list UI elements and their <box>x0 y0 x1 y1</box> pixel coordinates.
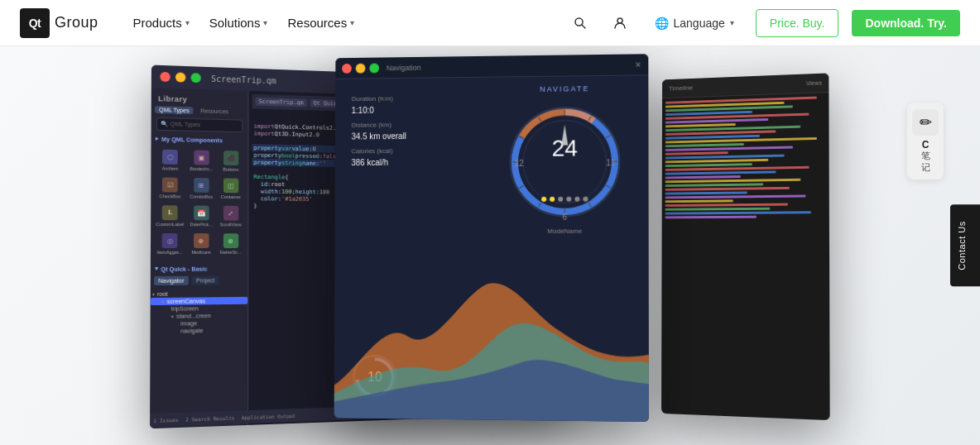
chevron-down-icon: ▾ <box>155 266 158 272</box>
list-item[interactable]: ⬛ Buttons <box>217 148 244 175</box>
performance-window: Timeline Views <box>661 73 830 420</box>
main-nav: Products ▾ Solutions ▾ Resources ▾ <box>125 9 567 36</box>
qt-logo: Qt <box>20 8 50 38</box>
globe-icon: 🌐 <box>655 17 669 30</box>
minimize-icon <box>175 72 185 82</box>
views-label: Views <box>806 80 822 87</box>
resources-tab[interactable]: Resources <box>196 107 233 115</box>
perf-stripe <box>665 211 811 214</box>
list-item[interactable]: 𝐋 CustomLabel <box>154 203 185 229</box>
hero-screenshot: ScreenTrip.qm Library QML Types Resource… <box>151 55 829 436</box>
mode-name-label: ModeName <box>547 227 582 235</box>
svg-point-30 <box>583 197 588 202</box>
solutions-chevron-icon: ▾ <box>263 18 267 27</box>
dashboard-body: NAVIGATE 24 <box>334 75 649 422</box>
perf-stripe <box>665 179 801 183</box>
dashboard-window: Navigation ✕ NAVIGATE <box>334 54 649 422</box>
user-icon <box>613 17 627 30</box>
list-item[interactable]: ◫ Container <box>217 175 244 202</box>
main-content: ✏ C 笔 记 Contact Us ScreenTrip.qm Library <box>0 46 980 445</box>
nav-tree-header: Navigator Project <box>151 274 247 287</box>
maximize-icon <box>369 63 379 73</box>
perf-stripe <box>665 183 763 187</box>
svg-point-28 <box>566 197 571 202</box>
ide-sidebar: Library QML Types Resources 🔍 QML Types … <box>150 88 248 428</box>
sidebar-search[interactable]: 🔍 QML Types <box>156 117 243 132</box>
close-icon <box>342 63 352 73</box>
nav-products[interactable]: Products ▾ <box>125 9 198 36</box>
nav-tree-item[interactable]: navigate <box>151 326 248 335</box>
list-item[interactable]: ◎ ItemAggre... <box>154 231 185 257</box>
perf-stripe <box>665 216 757 219</box>
svg-text:6: 6 <box>562 213 567 222</box>
download-try-button[interactable]: Download. Try. <box>852 10 960 36</box>
perf-stripe <box>665 199 733 203</box>
component-grid: ⬡ ArcItem ▣ BorderIm... ⬛ Buttons ☑ <box>151 145 247 260</box>
header: Qt Group Products ▾ Solutions ▾ Resource… <box>0 0 980 46</box>
list-item[interactable]: ⤢ ScrollView <box>217 203 244 230</box>
group-label: Group <box>55 14 98 31</box>
navigate-label: NAVIGATE <box>540 84 590 93</box>
svg-point-26 <box>550 197 555 202</box>
svg-point-2 <box>617 18 622 23</box>
pencil-icon: ✏ <box>912 109 939 136</box>
svg-text:11: 11 <box>606 158 616 167</box>
perf-stripe <box>665 191 747 194</box>
list-item[interactable]: ⊗ NameSc... <box>217 231 244 257</box>
resources-chevron-icon: ▾ <box>350 18 354 27</box>
list-item[interactable]: 📅 DatePick... <box>187 203 215 229</box>
close-button[interactable]: ✕ <box>635 60 641 69</box>
qt-basic-header[interactable]: ▾ Qt Quick - Basic <box>151 263 247 275</box>
svg-point-25 <box>541 197 546 202</box>
nav-resources[interactable]: Resources ▾ <box>279 9 363 36</box>
side-widget: ✏ C 笔 记 <box>907 103 944 179</box>
perf-stripe <box>665 194 806 199</box>
list-item[interactable]: ⊕ Medicare <box>187 231 215 257</box>
close-icon <box>160 72 170 82</box>
list-item[interactable]: ☑ CheckBox <box>154 175 185 201</box>
svg-text:12: 12 <box>514 159 524 168</box>
navigate-widget: NAVIGATE 24 <box>490 84 640 242</box>
perf-stripe <box>665 187 790 191</box>
language-chevron-icon: ▾ <box>730 18 734 27</box>
logo-link[interactable]: Qt Group <box>20 8 98 38</box>
perf-stripe <box>665 159 768 163</box>
file-tab[interactable]: ScreenTrip.qm <box>255 98 306 107</box>
performance-title: Timeline <box>669 84 693 93</box>
user-button[interactable] <box>607 10 633 36</box>
circular-gauge: 24 <box>502 99 627 224</box>
navigator-tab[interactable]: Navigator <box>154 276 189 285</box>
ide-window-title: ScreenTrip.qm <box>211 74 276 84</box>
products-chevron-icon: ▾ <box>185 18 190 27</box>
svg-point-29 <box>574 197 579 202</box>
dashboard-title: Navigation <box>387 63 421 71</box>
list-item[interactable]: ⬡ ArcItem <box>155 147 186 174</box>
nav-tree: ▾ root ▾ screenCanvas tripScreen <box>151 289 248 335</box>
perf-stripe <box>665 166 809 171</box>
perf-stripe <box>665 151 728 156</box>
area-chart <box>334 254 649 422</box>
search-button[interactable] <box>567 10 593 36</box>
contact-us-panel[interactable]: Contact Us <box>950 204 980 286</box>
stats-panel: Duration (h:m) 1:10:0 Distance (km) 34.5… <box>351 95 406 174</box>
svg-line-1 <box>582 25 585 28</box>
language-selector[interactable]: 🌐 Language ▾ <box>646 12 742 35</box>
perf-stripe <box>665 203 788 207</box>
list-item[interactable]: ▣ BorderIm... <box>187 147 215 174</box>
price-buy-button[interactable]: Price. Buy. <box>756 9 839 37</box>
chevron-icon: ▸ <box>156 136 159 142</box>
search-placeholder: 🔍 QML Types <box>161 121 200 128</box>
search-icon <box>574 17 587 30</box>
contact-us-label: Contact Us <box>957 221 967 270</box>
nav-solutions[interactable]: Solutions ▾ <box>201 9 276 36</box>
minimize-icon <box>356 63 366 73</box>
list-item[interactable]: ⊞ ComboBox <box>187 175 215 202</box>
side-widget-label: C 笔 记 <box>921 139 930 173</box>
qml-types-tab[interactable]: QML Types <box>155 106 194 114</box>
svg-point-27 <box>558 197 563 202</box>
project-tab[interactable]: Project <box>192 276 219 285</box>
header-actions: 🌐 Language ▾ Price. Buy. Download. Try. <box>567 9 960 37</box>
perf-stripe <box>665 170 776 175</box>
stripe-area <box>665 96 826 343</box>
performance-chart <box>661 93 830 420</box>
